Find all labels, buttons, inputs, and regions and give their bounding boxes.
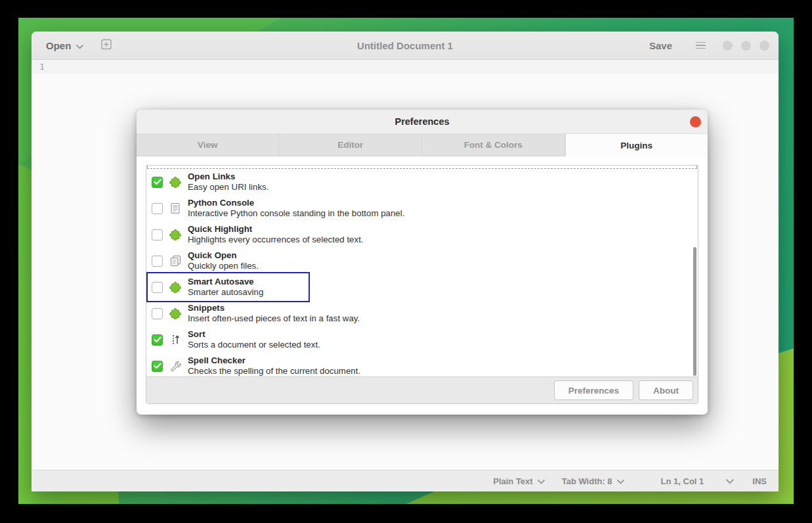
tab-editor[interactable]: Editor <box>280 134 423 156</box>
minimize-button[interactable] <box>723 41 733 51</box>
scrollbar-thumb[interactable] <box>693 247 696 376</box>
new-tab-button[interactable] <box>100 39 112 53</box>
tab-view[interactable]: View <box>137 134 280 156</box>
plugin-texts: Open LinksEasy open URI links. <box>188 171 268 193</box>
puzzle-icon <box>169 176 182 188</box>
plugin-description: Highlights every occurrences of selected… <box>188 235 364 246</box>
plugin-row[interactable]: Quick HighlightHighlights every occurren… <box>146 221 698 248</box>
plugin-description: Quickly open files. <box>188 261 259 272</box>
plugin-description: Insert often-used pieces of text in a fa… <box>188 313 360 325</box>
plugin-checkbox[interactable] <box>152 282 163 293</box>
dialog-close-button[interactable] <box>690 116 701 127</box>
plugin-row[interactable]: Python ConsoleInteractive Python console… <box>146 195 698 221</box>
maximize-button[interactable] <box>741 41 751 51</box>
dialog-action-bar: Preferences About <box>146 376 698 403</box>
plugin-row[interactable]: Spell CheckerChecks the spelling of the … <box>146 353 698 376</box>
plugin-name: Quick Open <box>188 250 259 262</box>
insert-mode-label: INS <box>752 476 767 486</box>
plugin-row[interactable]: SortSorts a document or selected text. <box>146 327 698 353</box>
plugin-checkbox[interactable] <box>152 203 163 214</box>
plugin-name: Spell Checker <box>188 355 360 367</box>
plugin-texts: SnippetsInsert often-used pieces of text… <box>188 303 360 325</box>
close-button[interactable] <box>759 41 769 51</box>
plugin-name: Python Console <box>188 198 404 209</box>
insert-mode-indicator[interactable]: INS <box>752 476 767 486</box>
chevron-down-icon <box>617 476 624 486</box>
chevron-down-icon <box>538 476 545 486</box>
cursor-position-label: Ln 1, Col 1 <box>661 476 704 486</box>
plugin-texts: Python ConsoleInteractive Python console… <box>188 198 404 219</box>
plugin-row[interactable]: SnippetsInsert often-used pieces of text… <box>146 300 698 327</box>
chevron-down-icon <box>726 476 734 486</box>
open-button-label: Open <box>46 40 71 51</box>
line-number: 1 <box>32 62 49 72</box>
plugin-description: Sorts a document or selected text. <box>188 340 320 351</box>
plugin-description: Interactive Python console standing in t… <box>188 208 404 219</box>
plugin-name: Smart Autosave <box>188 277 263 288</box>
cursor-position[interactable]: Ln 1, Col 1 <box>661 476 704 486</box>
language-label: Plain Text <box>493 476 532 486</box>
plugin-frame: Open LinksEasy open URI links.Python Con… <box>146 165 698 404</box>
dialog-body: Open LinksEasy open URI links.Python Con… <box>137 156 708 404</box>
plugin-row[interactable]: Smart AutosaveSmarter autosaving <box>146 274 698 300</box>
save-button[interactable]: Save <box>649 40 672 51</box>
dialog-title: Preferences <box>395 116 449 127</box>
plugin-texts: Spell CheckerChecks the spelling of the … <box>188 355 360 377</box>
window-title: Untitled Document 1 <box>357 40 453 51</box>
plugin-name: Quick Highlight <box>188 224 364 235</box>
plugin-checkbox[interactable] <box>152 308 163 319</box>
headerbar: Open Untitled Document 1 Save <box>32 32 779 60</box>
open-button[interactable]: Open <box>46 40 83 51</box>
plugin-name: Open Links <box>188 171 268 183</box>
plugin-checkbox[interactable] <box>152 256 163 267</box>
tab-width-label: Tab Width: 8 <box>562 476 612 486</box>
tab-font-colors[interactable]: Font & Colors <box>422 134 565 156</box>
copy-icon <box>169 255 182 267</box>
window-controls <box>723 41 769 51</box>
plugin-name: Sort <box>188 329 320 340</box>
puzzle-icon <box>169 307 182 319</box>
wrench-icon <box>169 360 182 372</box>
plugin-description: Smarter autosaving <box>188 287 263 298</box>
puzzle-icon <box>169 229 182 240</box>
plugin-texts: Quick HighlightHighlights every occurren… <box>188 224 364 246</box>
plugin-texts: Smart AutosaveSmarter autosaving <box>188 277 263 298</box>
menu-icon[interactable] <box>696 42 706 49</box>
plugin-row[interactable]: Quick OpenQuickly open files. <box>146 248 698 274</box>
tab-width-selector[interactable]: Tab Width: 8 <box>562 476 624 486</box>
dialog-tabbar: View Editor Font & Colors Plugins <box>137 134 708 156</box>
goto-line-selector[interactable] <box>726 476 734 486</box>
preferences-dialog: Preferences View Editor Font & Colors Pl… <box>137 110 708 415</box>
plugin-description: Easy open URI links. <box>188 182 268 193</box>
sort-icon <box>169 334 182 346</box>
plugin-list: Open LinksEasy open URI links.Python Con… <box>146 166 698 376</box>
plugin-texts: SortSorts a document or selected text. <box>188 329 320 351</box>
plugin-description: Checks the spelling of the current docum… <box>188 366 360 376</box>
plugin-checkbox[interactable] <box>152 334 163 346</box>
statusbar: Plain Text Tab Width: 8 Ln 1, Col 1 INS <box>32 470 779 491</box>
plugin-row[interactable]: Open LinksEasy open URI links. <box>146 169 698 195</box>
new-tab-icon <box>100 39 112 53</box>
chevron-down-icon <box>76 40 83 51</box>
plugin-preferences-button[interactable]: Preferences <box>554 380 633 400</box>
plugin-about-button[interactable]: About <box>639 380 693 400</box>
plugin-texts: Quick OpenQuickly open files. <box>188 250 259 272</box>
puzzle-icon <box>169 281 182 293</box>
language-selector[interactable]: Plain Text <box>493 476 544 486</box>
tab-plugins[interactable]: Plugins <box>565 134 708 156</box>
plugin-checkbox[interactable] <box>152 177 163 188</box>
plugin-checkbox[interactable] <box>152 361 163 372</box>
plugin-name: Snippets <box>188 303 360 314</box>
plugin-checkbox[interactable] <box>152 229 163 240</box>
dialog-titlebar: Preferences <box>137 110 708 134</box>
current-line: 1 <box>32 60 779 74</box>
text-file-icon <box>169 202 182 214</box>
